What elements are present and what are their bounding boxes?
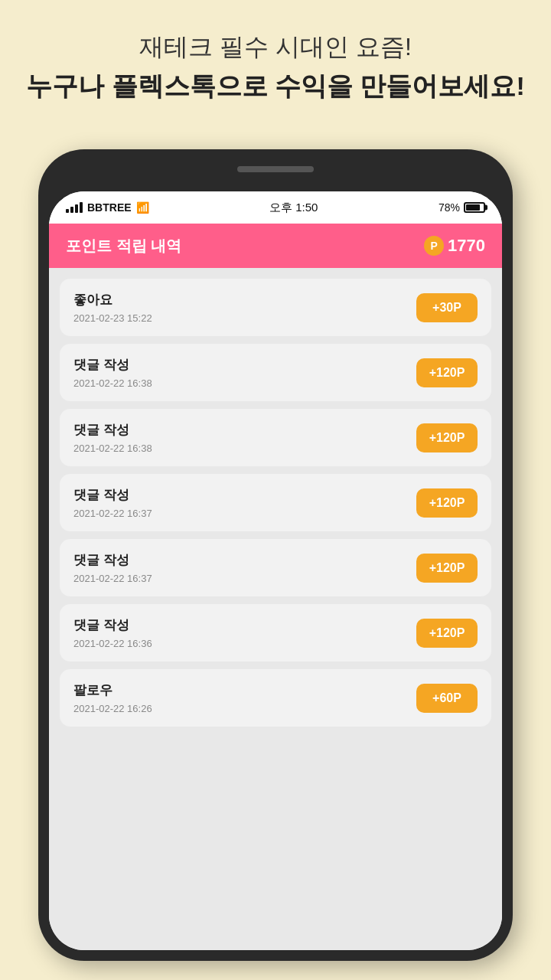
phone-speaker	[237, 166, 314, 172]
points-value: 1770	[448, 236, 485, 256]
list-item-info: 댓글 작성 2021-02-22 16:38	[73, 356, 152, 389]
headline-line1: 재테크 필수 시대인 요즘!	[23, 31, 528, 64]
wifi-icon: 📶	[136, 201, 149, 214]
list-item-date: 2021-02-22 16:37	[73, 508, 152, 519]
list-item-points: +120P	[416, 488, 478, 518]
battery-icon	[464, 202, 485, 213]
list-item-name: 댓글 작성	[73, 616, 152, 634]
carrier-label: BBTREE	[87, 201, 132, 214]
list-item-points: +120P	[416, 358, 478, 387]
list-item-info: 댓글 작성 2021-02-22 16:37	[73, 486, 152, 519]
status-time: 오후 1:50	[269, 201, 318, 215]
app-header-title: 포인트 적립 내역	[66, 236, 181, 256]
list-item-date: 2021-02-22 16:38	[73, 443, 152, 454]
list-item-name: 댓글 작성	[73, 421, 152, 439]
list-item-points: +60P	[416, 684, 478, 713]
points-badge: P 1770	[424, 236, 485, 256]
list-item-name: 팔로우	[73, 681, 152, 699]
list-item-points: +120P	[416, 423, 478, 452]
status-bar: BBTREE 📶 오후 1:50 78%	[49, 191, 502, 224]
list-item-date: 2021-02-22 16:38	[73, 377, 152, 389]
list-item: 댓글 작성 2021-02-22 16:38 +120P	[60, 409, 491, 466]
points-icon: P	[424, 236, 444, 256]
status-left: BBTREE 📶	[66, 201, 149, 214]
list-item-info: 팔로우 2021-02-22 16:26	[73, 681, 152, 714]
list-item-info: 댓글 작성 2021-02-22 16:36	[73, 616, 152, 649]
list-item: 댓글 작성 2021-02-22 16:36 +120P	[60, 604, 491, 662]
status-right: 78%	[439, 201, 485, 214]
list-item-points: +120P	[416, 619, 478, 648]
headline: 재테크 필수 시대인 요즘! 누구나 플렉스톡으로 수익을 만들어보세요!	[0, 0, 551, 119]
list-item: 팔로우 2021-02-22 16:26 +60P	[60, 669, 491, 727]
phone-mockup: BBTREE 📶 오후 1:50 78% 포인트 적립 내역 P	[38, 149, 513, 961]
headline-line2: 누구나 플렉스톡으로 수익을 만들어보세요!	[23, 69, 528, 104]
list-item-date: 2021-02-22 16:37	[73, 573, 152, 584]
list-item-name: 댓글 작성	[73, 356, 152, 374]
list-item: 댓글 작성 2021-02-22 16:38 +120P	[60, 344, 491, 401]
list-item-name: 댓글 작성	[73, 486, 152, 504]
list-item-name: 댓글 작성	[73, 551, 152, 569]
list-item: 댓글 작성 2021-02-22 16:37 +120P	[60, 474, 491, 531]
list-item: 댓글 작성 2021-02-22 16:37 +120P	[60, 539, 491, 596]
list-item-info: 좋아요 2021-02-23 15:22	[73, 291, 152, 324]
list-item: 좋아요 2021-02-23 15:22 +30P	[60, 279, 491, 336]
content-list: 좋아요 2021-02-23 15:22 +30P 댓글 작성 2021-02-…	[49, 268, 502, 950]
list-item-date: 2021-02-22 16:26	[73, 703, 152, 714]
battery-percent: 78%	[439, 201, 460, 214]
list-item-info: 댓글 작성 2021-02-22 16:38	[73, 421, 152, 454]
list-item-points: +120P	[416, 554, 478, 583]
list-item-date: 2021-02-22 16:36	[73, 638, 152, 649]
list-item-points: +30P	[416, 293, 478, 322]
list-item-info: 댓글 작성 2021-02-22 16:37	[73, 551, 152, 584]
list-item-name: 좋아요	[73, 291, 152, 309]
signal-icon	[66, 202, 83, 213]
phone-screen: BBTREE 📶 오후 1:50 78% 포인트 적립 내역 P	[49, 191, 502, 950]
list-item-date: 2021-02-23 15:22	[73, 312, 152, 324]
app-header: 포인트 적립 내역 P 1770	[49, 224, 502, 268]
phone-shell: BBTREE 📶 오후 1:50 78% 포인트 적립 내역 P	[38, 149, 513, 961]
